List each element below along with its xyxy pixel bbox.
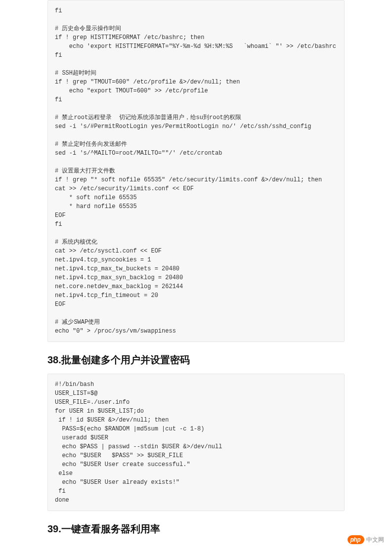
section-heading-38: 38.批量创建多个用户并设置密码 bbox=[47, 353, 345, 367]
code-text-1: fi # 历史命令显示操作时间 if ! grep HISTTIMEFORMAT… bbox=[55, 6, 337, 336]
watermark-text: 中文网 bbox=[366, 536, 384, 544]
code-block-1: fi # 历史命令显示操作时间 if ! grep HISTTIMEFORMAT… bbox=[47, 0, 345, 342]
watermark: php 中文网 bbox=[348, 535, 385, 544]
document-content: fi # 历史命令显示操作时间 if ! grep HISTTIMEFORMAT… bbox=[0, 0, 392, 536]
code-text-2: #!/bin/bash USER_LIST=$@ USER_FILE=./use… bbox=[55, 380, 337, 505]
section-heading-39: 39.一键查看服务器利用率 bbox=[47, 522, 345, 536]
watermark-badge: php bbox=[348, 535, 365, 544]
code-block-2: #!/bin/bash USER_LIST=$@ USER_FILE=./use… bbox=[47, 374, 345, 511]
